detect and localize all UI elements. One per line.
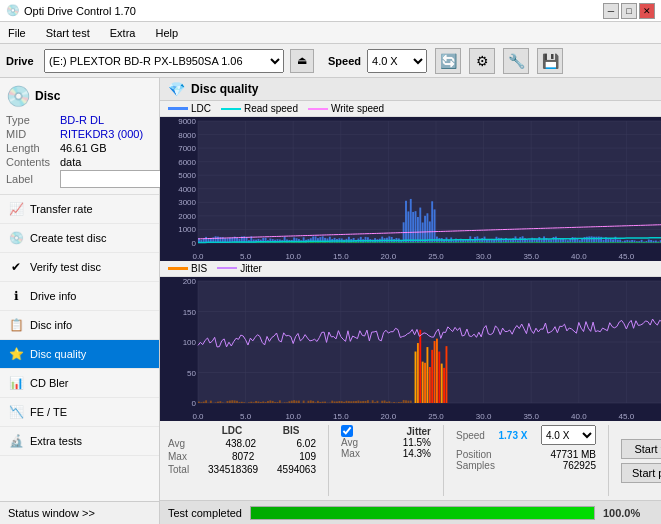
bis-legend: BIS <box>168 263 207 274</box>
samples-label: Samples <box>456 460 495 471</box>
transfer-rate-label: Transfer rate <box>30 203 93 215</box>
start-part-button[interactable]: Start part <box>621 463 661 483</box>
drive-label: Drive <box>6 55 38 67</box>
drive-info-icon: ℹ <box>8 288 24 304</box>
divider3 <box>608 425 609 496</box>
speed-select[interactable]: 4.0 X <box>367 49 427 73</box>
menu-help[interactable]: Help <box>151 25 182 41</box>
save-button[interactable]: 💾 <box>537 48 563 74</box>
action-buttons: Start full Start part <box>621 425 661 496</box>
speed-info: Speed 1.73 X 4.0 X Position 47731 MB Sam… <box>456 425 596 496</box>
status-window-label: Status window >> <box>8 507 95 519</box>
disc-section-title: Disc <box>35 89 60 103</box>
sidebar-item-transfer-rate[interactable]: 📈 Transfer rate <box>0 195 159 224</box>
position-value: 47731 MB <box>550 449 596 460</box>
sidebar-item-drive-info[interactable]: ℹ Drive info <box>0 282 159 311</box>
jitter-max: 14.3% <box>403 448 431 459</box>
disc-section: 💿 Disc Type BD-R DL MID RITEKDR3 (000) L… <box>0 78 159 195</box>
max-bis: 109 <box>299 451 316 462</box>
jitter-avg: 11.5% <box>403 437 431 448</box>
length-label: Length <box>6 142 56 154</box>
progress-value: 66.29 <box>648 507 661 519</box>
jitter-max-label: Max <box>341 448 360 459</box>
menu-file[interactable]: File <box>4 25 30 41</box>
transfer-rate-icon: 📈 <box>8 201 24 217</box>
quality-icon: 💎 <box>168 81 185 97</box>
bis-legend-label: BIS <box>191 263 207 274</box>
sidebar-item-verify-test-disc[interactable]: ✔ Verify test disc <box>0 253 159 282</box>
close-button[interactable]: ✕ <box>639 3 655 19</box>
samples-value: 762925 <box>563 460 596 471</box>
settings-button2[interactable]: 🔧 <box>503 48 529 74</box>
write-speed-legend: Write speed <box>308 103 384 114</box>
jitter-header: Jitter <box>407 426 431 437</box>
menu-bar: File Start test Extra Help <box>0 22 661 44</box>
cd-bler-icon: 📊 <box>8 375 24 391</box>
bis-col-header: BIS <box>266 425 316 436</box>
main-content: 💿 Disc Type BD-R DL MID RITEKDR3 (000) L… <box>0 78 661 524</box>
start-full-button[interactable]: Start full <box>621 439 661 459</box>
status-window-button[interactable]: Status window >> <box>0 502 159 524</box>
jitter-stats: Jitter Avg 11.5% Max 14.3% <box>341 425 431 496</box>
jitter-avg-label: Avg <box>341 437 358 448</box>
total-bis: 4594063 <box>277 464 316 475</box>
read-speed-legend: Read speed <box>221 103 298 114</box>
test-completed-label: Test completed <box>168 507 242 519</box>
speed-select-stats[interactable]: 4.0 X <box>541 425 596 445</box>
top-chart-canvas <box>160 117 661 261</box>
drive-info-label: Drive info <box>30 290 76 302</box>
status-section: Status window >> <box>0 501 159 524</box>
disc-icon: 💿 <box>6 84 31 108</box>
progress-percent: 100.0% <box>603 507 640 519</box>
quality-title: Disc quality <box>191 82 258 96</box>
sidebar-item-create-test-disc[interactable]: 💿 Create test disc <box>0 224 159 253</box>
jitter-legend-color <box>217 267 237 269</box>
top-chart-container <box>160 117 661 261</box>
contents-label: Contents <box>6 156 56 168</box>
avg-bis: 6.02 <box>297 438 316 449</box>
sidebar: 💿 Disc Type BD-R DL MID RITEKDR3 (000) L… <box>0 78 160 524</box>
write-speed-legend-label: Write speed <box>331 103 384 114</box>
sidebar-item-extra-tests[interactable]: 🔬 Extra tests <box>0 427 159 456</box>
speed-label: Speed <box>328 55 361 67</box>
menu-start-test[interactable]: Start test <box>42 25 94 41</box>
drive-select[interactable]: (E:) PLEXTOR BD-R PX-LB950SA 1.06 <box>44 49 284 73</box>
position-label: Position <box>456 449 492 460</box>
progress-bar-container: Test completed 100.0% 66.29 <box>160 500 661 524</box>
length-value: 46.61 GB <box>60 142 106 154</box>
fe-te-label: FE / TE <box>30 406 67 418</box>
create-test-disc-label: Create test disc <box>30 232 106 244</box>
extra-tests-label: Extra tests <box>30 435 82 447</box>
bottom-legend: BIS Jitter <box>160 261 661 277</box>
mid-label: MID <box>6 128 56 140</box>
disc-info-icon: 📋 <box>8 317 24 333</box>
sidebar-item-disc-info[interactable]: 📋 Disc info <box>0 311 159 340</box>
jitter-checkbox[interactable] <box>341 425 353 437</box>
sidebar-item-disc-quality[interactable]: ⭐ Disc quality <box>0 340 159 369</box>
ldc-col-header: LDC <box>202 425 262 436</box>
eject-button[interactable]: ⏏ <box>290 49 314 73</box>
read-speed-legend-label: Read speed <box>244 103 298 114</box>
verify-test-disc-icon: ✔ <box>8 259 24 275</box>
sidebar-item-fe-te[interactable]: 📉 FE / TE <box>0 398 159 427</box>
speed-label: Speed <box>456 430 485 441</box>
refresh-button[interactable]: 🔄 <box>435 48 461 74</box>
sidebar-item-cd-bler[interactable]: 📊 CD Bler <box>0 369 159 398</box>
avg-label: Avg <box>168 438 185 449</box>
type-value: BD-R DL <box>60 114 104 126</box>
create-test-disc-icon: 💿 <box>8 230 24 246</box>
minimize-button[interactable]: ─ <box>603 3 619 19</box>
mid-value: RITEKDR3 (000) <box>60 128 143 140</box>
bis-legend-color <box>168 267 188 270</box>
type-label: Type <box>6 114 56 126</box>
menu-extra[interactable]: Extra <box>106 25 140 41</box>
quality-header: 💎 Disc quality <box>160 78 661 101</box>
fe-te-icon: 📉 <box>8 404 24 420</box>
disc-info-label: Disc info <box>30 319 72 331</box>
maximize-button[interactable]: □ <box>621 3 637 19</box>
write-speed-legend-color <box>308 108 328 110</box>
progress-bar <box>250 506 595 520</box>
settings-button1[interactable]: ⚙ <box>469 48 495 74</box>
max-label: Max <box>168 451 187 462</box>
extra-tests-icon: 🔬 <box>8 433 24 449</box>
